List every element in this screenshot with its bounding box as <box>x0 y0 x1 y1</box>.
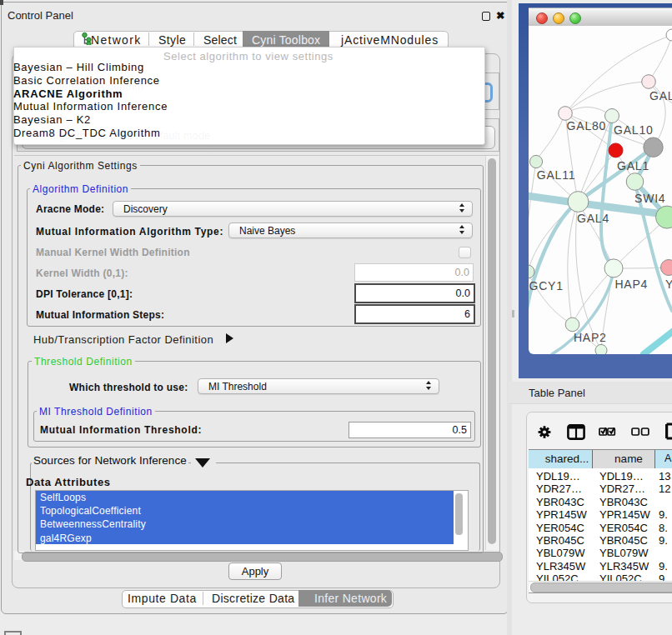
svg-text:HAP2: HAP2 <box>574 331 607 344</box>
svg-text:GAL4: GAL4 <box>577 212 609 225</box>
svg-text:HAP4: HAP4 <box>614 278 648 291</box>
svg-text:GAL1: GAL1 <box>617 159 649 172</box>
svg-text:SWI4: SWI4 <box>634 192 665 205</box>
svg-text:GAL80: GAL80 <box>567 119 607 132</box>
svg-text:GAL7: GAL7 <box>649 89 672 102</box>
svg-text:Y: Y <box>665 278 672 291</box>
svg-text:GAL11: GAL11 <box>537 168 576 182</box>
svg-text:GCY1: GCY1 <box>529 279 564 292</box>
svg-text:GAL10: GAL10 <box>614 123 654 137</box>
